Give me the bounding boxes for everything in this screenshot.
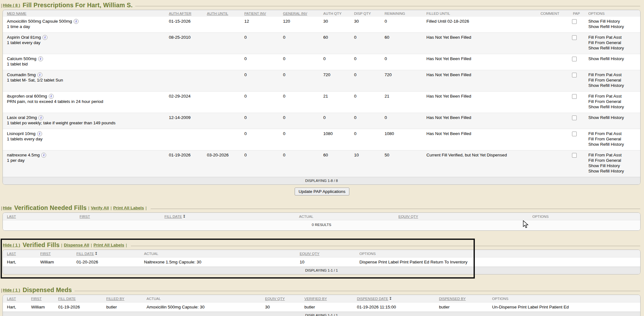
pap-checkbox[interactable] <box>572 73 577 77</box>
column-header-equiv-qty[interactable]: EQUIV QTY <box>396 215 530 218</box>
pap-checkbox[interactable] <box>572 153 577 158</box>
hide-dispensed-meds-link[interactable]: Hide ( 1 ) <box>3 288 20 292</box>
option-link[interactable]: Fill From Pat Asst <box>588 131 639 136</box>
fieldset-rule <box>131 246 640 246</box>
options-cell: Fill From Pat Asst Fill From General Sho… <box>586 92 640 113</box>
option-link[interactable]: Fill From Pat Asst <box>588 35 639 40</box>
update-pap-applications-button[interactable]: Update PAP Applications <box>295 188 350 195</box>
print-all-labels-link[interactable]: Print All Labels <box>93 243 124 247</box>
option-link[interactable]: Show Refill History <box>588 168 639 174</box>
comment-cell <box>538 70 570 91</box>
table-row: Lisinopril 10mgi 1 tablets every day 0 0… <box>3 129 640 150</box>
option-link[interactable]: Show Fill History <box>588 19 639 24</box>
pap-checkbox[interactable] <box>572 132 577 136</box>
column-header-first[interactable]: FIRST <box>29 297 56 301</box>
option-link[interactable]: Fill From Pat Asst <box>588 72 639 77</box>
option-link[interactable]: Show Refill History <box>588 24 639 29</box>
info-icon[interactable]: i <box>42 35 47 40</box>
column-header-equiv-qty[interactable]: EQUIV QTY <box>263 297 302 301</box>
column-header-first[interactable]: FIRST <box>77 215 162 218</box>
option-link[interactable]: Show Refill History <box>588 45 639 51</box>
med-cell: Lasix oral 20mgi 1 tablet po weekly; tak… <box>3 113 166 129</box>
option-link[interactable]: Show Refill History <box>588 104 639 110</box>
column-header-first[interactable]: FIRST <box>38 252 74 256</box>
dispensed-date-label[interactable]: DISPENSED DATE <box>357 297 388 301</box>
column-header-fill-date[interactable]: FILL DATE <box>56 297 104 301</box>
remaining-cell: 60 <box>382 33 424 54</box>
column-header-filled-by[interactable]: FILLED BY <box>104 297 144 301</box>
med-cell: naltrexone 4.5mgi 1 per day <box>3 150 166 177</box>
table-row: Coumadin 5mgi 1 tablet M- Sat, 1/2 table… <box>3 70 640 91</box>
sort-descending-icon: ↧ <box>389 296 392 301</box>
general-inv-cell: 0 <box>280 92 321 113</box>
mouse-cursor <box>523 220 530 229</box>
fieldset-rule <box>75 291 640 291</box>
general-inv-cell: 0 <box>280 150 321 177</box>
info-icon[interactable]: i <box>38 115 43 120</box>
option-link[interactable]: Show Refill History <box>588 56 639 61</box>
column-header-fill-date[interactable]: FILL DATE↧ <box>162 214 297 219</box>
table-row: Hart, William 01-19-2026 butler Amoxicil… <box>3 302 640 312</box>
column-header-verified-by[interactable]: VERIFIED BY <box>302 297 354 301</box>
option-link[interactable]: Fill From General <box>588 158 639 163</box>
med-sig: 1 tablet every day <box>7 40 165 45</box>
column-header-dispensed-date[interactable]: DISPENSED DATE↧ <box>354 296 436 301</box>
verify-all-link[interactable]: Verify All <box>91 206 109 210</box>
med-cell: Amoxicillin 500mg Capsule 500mgi 1 time … <box>3 17 166 32</box>
hide-fill-prescriptions-link[interactable]: Hide ( 8 ) <box>3 3 20 8</box>
info-icon[interactable]: i <box>41 153 46 158</box>
option-link[interactable]: Fill From General <box>588 136 639 142</box>
info-icon[interactable]: i <box>49 94 54 99</box>
column-header-last[interactable]: LAST <box>3 215 77 218</box>
comment-cell <box>538 113 570 129</box>
column-header-med-name[interactable]: MED NAME <box>3 12 166 15</box>
patient-inv-cell: 0 <box>242 113 280 129</box>
fill-date-label[interactable]: FILL DATE <box>164 215 182 218</box>
options-cell[interactable]: Un-Dispense Print Label Print Patient Ed <box>490 302 640 312</box>
remaining-cell: 0 <box>382 17 424 32</box>
column-header-general-inv[interactable]: GENERAL INV <box>280 12 321 15</box>
info-icon[interactable]: i <box>74 19 79 24</box>
column-header-auth-after[interactable]: AUTH AFTER <box>166 12 204 15</box>
option-link[interactable]: Show Refill History <box>588 142 639 147</box>
option-link[interactable]: Show Refill History <box>588 115 639 120</box>
option-link[interactable]: Fill From Pat Asst <box>588 93 639 99</box>
pap-checkbox[interactable] <box>572 94 577 99</box>
disp-qty-cell: 0 <box>352 129 382 150</box>
verified-fills-header-row: LAST FIRST FILL DATE↧ ACTUAL EQUIV QTY O… <box>3 250 640 257</box>
info-icon[interactable]: i <box>38 56 43 61</box>
option-link[interactable]: Fill From General <box>588 99 639 104</box>
column-header-fill-date[interactable]: FILL DATE↧ <box>74 251 142 256</box>
hide-verified-fills-link[interactable]: Hide ( 1 ) <box>3 243 20 247</box>
info-icon[interactable]: i <box>37 131 42 136</box>
column-header-dispensed-by[interactable]: DISPENSED BY <box>436 297 490 301</box>
column-header-patient-inv[interactable]: PATIENT INV <box>242 12 280 15</box>
options-cell[interactable]: Dispense Print Label Print Patient Ed Re… <box>357 257 640 267</box>
pap-checkbox[interactable] <box>572 57 577 61</box>
column-header-equiv-qty[interactable]: EQUIV QTY <box>297 252 357 256</box>
dispensed-date-cell: 01-19-2026 11:15:00 <box>354 302 436 312</box>
option-link[interactable]: Fill From Pat Asst <box>588 152 639 158</box>
option-link[interactable]: Fill From General <box>588 40 639 45</box>
option-link[interactable]: Show Fill History <box>588 163 639 168</box>
auth-after-cell <box>166 70 204 91</box>
option-link[interactable]: Fill From General <box>588 77 639 83</box>
column-header-last[interactable]: LAST <box>3 252 38 256</box>
info-icon[interactable]: i <box>37 72 42 77</box>
patient-inv-cell: 12 <box>242 17 280 32</box>
pap-checkbox[interactable] <box>572 19 577 24</box>
column-header-filled-until: FILLED UNTIL <box>424 12 538 15</box>
dispense-all-link[interactable]: Dispense All <box>64 243 89 247</box>
fill-date-label[interactable]: FILL DATE <box>76 252 94 256</box>
print-all-labels-link[interactable]: Print All Labels <box>113 206 144 210</box>
pap-checkbox[interactable] <box>572 35 577 40</box>
option-link[interactable]: Show Refill History <box>588 83 639 88</box>
options-cell: Fill From Pat Asst Fill From General Sho… <box>586 33 640 54</box>
auth-qty-cell: 21 <box>321 92 352 113</box>
auth-qty-cell: 720 <box>321 70 352 91</box>
table-row: Amoxicillin 500mg Capsule 500mgi 1 time … <box>3 17 640 32</box>
pap-checkbox[interactable] <box>572 116 577 120</box>
column-header-auth-until[interactable]: AUTH UNTIL <box>204 12 242 15</box>
hide-verification-link[interactable]: Hide <box>3 206 12 210</box>
column-header-last[interactable]: LAST <box>3 297 29 301</box>
